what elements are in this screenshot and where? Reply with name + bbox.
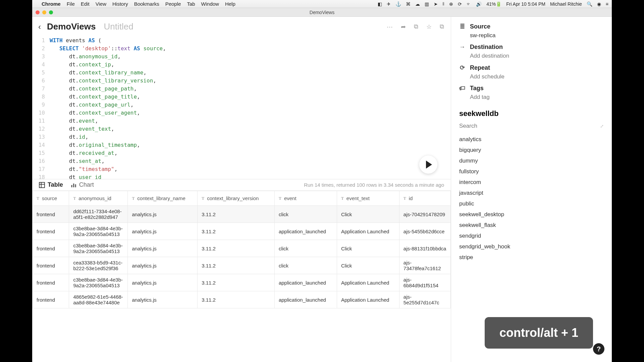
wifi-icon[interactable]: ᯤ	[467, 1, 471, 7]
table-cell[interactable]: analytics.js	[128, 206, 198, 223]
schema-item[interactable]: seekwell_flask	[459, 220, 604, 231]
tags-value[interactable]: Add tag	[470, 94, 604, 101]
column-header[interactable]: Tsource	[33, 191, 69, 206]
more-icon[interactable]: ⋯	[387, 23, 393, 31]
table-cell[interactable]: ajs-73478fea7c1612	[399, 257, 450, 274]
table-cell[interactable]: 3.11.2	[198, 223, 275, 240]
table-cell[interactable]: Application Launched	[337, 223, 399, 240]
schema-item[interactable]: intercom	[459, 177, 604, 188]
column-header[interactable]: Tanonymous_id	[69, 191, 128, 206]
schema-item[interactable]: stripe	[459, 252, 604, 263]
tray-icon[interactable]: ⟳	[458, 1, 462, 7]
menu-view[interactable]: View	[96, 1, 106, 7]
table-cell[interactable]: c3be8bae-3d84-4e3b-9a2a-230655a04513	[69, 274, 128, 291]
tray-icon[interactable]: ◧	[378, 1, 382, 7]
table-cell[interactable]: Click	[337, 240, 399, 257]
table-cell[interactable]: ajs-704291478209	[399, 206, 450, 223]
tab-chart[interactable]: Chart	[70, 181, 94, 188]
table-cell[interactable]: c3be8bae-3d84-4e3b-9a2a-230655a04513	[69, 223, 128, 240]
table-cell[interactable]: ajs-5e255d7d1c47c	[399, 291, 450, 308]
menubar-user[interactable]: Michael Ritchie	[550, 1, 582, 7]
menu-icon[interactable]: ≡	[606, 1, 608, 7]
code-line[interactable]: 18 dt user_id	[32, 173, 451, 179]
schema-item[interactable]: bigquery	[459, 145, 604, 156]
table-cell[interactable]: 3.11.2	[198, 206, 275, 223]
menubar-app-name[interactable]: Chrome	[42, 1, 61, 7]
table-cell[interactable]: analytics.js	[128, 240, 198, 257]
run-query-button[interactable]	[419, 156, 437, 174]
code-line[interactable]: 17 dt."timestamp",	[32, 165, 451, 173]
table-row[interactable]: frontenddd62f111-7334-4e08-a5f1-e82c2882…	[33, 206, 451, 223]
source-value[interactable]: sw-replica	[470, 32, 604, 39]
code-line[interactable]: 10 dt.context_user_agent,	[32, 109, 451, 117]
column-header[interactable]: Tevent	[274, 191, 337, 206]
tray-icon[interactable]: ⚓	[395, 1, 401, 7]
tray-icon[interactable]: ⊕	[449, 1, 453, 7]
table-cell[interactable]: frontend	[33, 206, 69, 223]
table-row[interactable]: frontendc3be8bae-3d84-4e3b-9a2a-230655a0…	[33, 223, 451, 240]
schema-item[interactable]: seekwell_desktop	[459, 209, 604, 220]
help-button[interactable]: ?	[593, 343, 604, 355]
control-center-icon[interactable]: ◉	[597, 1, 601, 7]
table-cell[interactable]: application_launched	[274, 223, 337, 240]
menu-edit[interactable]: Edit	[81, 1, 90, 7]
code-line[interactable]: 3 dt.anonymous_id,	[32, 53, 451, 61]
table-cell[interactable]: analytics.js	[128, 257, 198, 274]
schema-item[interactable]: javascript	[459, 188, 604, 198]
menu-bookmarks[interactable]: Bookmarks	[134, 1, 159, 7]
menu-history[interactable]: History	[112, 1, 128, 7]
table-cell[interactable]: 4865e982-61e5-4468-aa8d-88e43e74480e	[69, 291, 128, 308]
workspace-name[interactable]: DemoViews	[47, 21, 96, 32]
schema-search-input[interactable]	[459, 121, 589, 131]
table-row[interactable]: frontendc3be8bae-3d84-4e3b-9a2a-230655a0…	[33, 240, 451, 257]
tab-table[interactable]: Table	[39, 181, 63, 188]
schema-item[interactable]: sendgrid_web_hook	[459, 241, 604, 252]
menu-tab[interactable]: Tab	[187, 1, 195, 7]
code-line[interactable]: 13 dt.id,	[32, 133, 451, 141]
table-row[interactable]: frontendcea33383-b5d9-431c-b222-53e1ed52…	[33, 257, 451, 274]
table-cell[interactable]: click	[274, 257, 337, 274]
destination-value[interactable]: Add destination	[470, 53, 604, 59]
column-header[interactable]: Tcontext_library_version	[198, 191, 275, 206]
table-cell[interactable]: application_launched	[274, 274, 337, 291]
tray-icon[interactable]: ▥	[425, 1, 429, 7]
table-cell[interactable]: frontend	[33, 257, 69, 274]
code-line[interactable]: 5 dt.context_library_name,	[32, 69, 451, 77]
document-title[interactable]: Untitled	[104, 21, 133, 32]
table-cell[interactable]: click	[274, 240, 337, 257]
repeat-value[interactable]: Add schedule	[470, 73, 604, 80]
code-line[interactable]: 1WITH events AS (	[32, 37, 451, 45]
table-cell[interactable]: analytics.js	[128, 223, 198, 240]
schema-item[interactable]: analytics	[459, 134, 604, 145]
code-line[interactable]: 11 dt.event,	[32, 117, 451, 125]
table-cell[interactable]: Click	[337, 257, 399, 274]
tray-icon[interactable]: ⌘	[406, 1, 411, 7]
code-line[interactable]: 16 dt.sent_at,	[32, 157, 451, 165]
column-header[interactable]: Tevent_text	[337, 191, 399, 206]
code-line[interactable]: 7 dt.context_page_path,	[32, 85, 451, 93]
table-cell[interactable]: frontend	[33, 223, 69, 240]
schema-item[interactable]: public	[459, 198, 604, 209]
spotlight-icon[interactable]: 🔍	[587, 1, 592, 7]
table-cell[interactable]: ajs-5455b62d6cce	[399, 223, 450, 240]
table-cell[interactable]: c3be8bae-3d84-4e3b-9a2a-230655a04513	[69, 240, 128, 257]
schema-item[interactable]: sendgrid	[459, 231, 604, 241]
results-table-wrap[interactable]: TsourceTanonymous_idTcontext_library_nam…	[32, 191, 451, 362]
table-cell[interactable]: frontend	[33, 291, 69, 308]
menu-window[interactable]: Window	[201, 1, 219, 7]
table-cell[interactable]: ajs-88131f10bbdca	[399, 240, 450, 257]
table-cell[interactable]: Click	[337, 206, 399, 223]
menubar-datetime[interactable]: Fri Apr 10 5:04 PM	[506, 1, 545, 7]
copy-icon[interactable]: ⧉	[414, 23, 418, 30]
back-button[interactable]: ‹	[37, 22, 42, 32]
table-cell[interactable]: 3.11.2	[198, 257, 275, 274]
table-cell[interactable]: Application Launched	[337, 274, 399, 291]
code-line[interactable]: 12 dt.event_text,	[32, 125, 451, 133]
table-cell[interactable]: click	[274, 206, 337, 223]
table-row[interactable]: frontendc3be8bae-3d84-4e3b-9a2a-230655a0…	[33, 274, 451, 291]
schema-item[interactable]: fullstory	[459, 166, 604, 177]
tray-icon[interactable]: ☁	[415, 1, 420, 7]
menu-file[interactable]: File	[67, 1, 75, 7]
volume-icon[interactable]: 🔊	[476, 1, 482, 7]
table-cell[interactable]: Application Launched	[337, 291, 399, 308]
